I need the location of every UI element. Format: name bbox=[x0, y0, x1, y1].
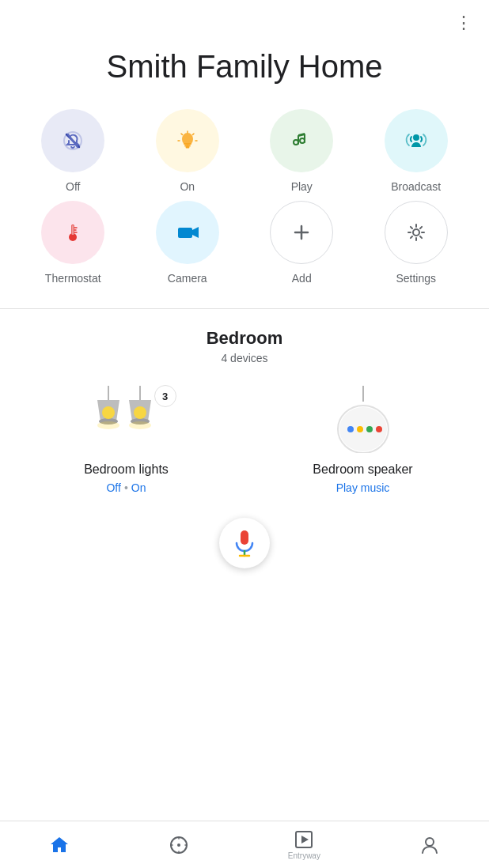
speaker-svg bbox=[324, 386, 403, 453]
bedroom-speaker-action: Play music bbox=[336, 481, 390, 494]
action-play[interactable]: Play bbox=[244, 109, 359, 193]
off-circle bbox=[41, 109, 104, 172]
play-label: Play bbox=[291, 180, 313, 193]
thermostat-icon bbox=[59, 218, 87, 247]
thermostat-circle bbox=[41, 201, 104, 264]
svg-point-17 bbox=[102, 406, 115, 419]
room-section: Bedroom 4 devices bbox=[0, 309, 489, 364]
broadcast-icon bbox=[402, 126, 430, 155]
account-nav-icon bbox=[419, 835, 440, 855]
svg-point-38 bbox=[426, 838, 434, 846]
speaker-play-music: Play music bbox=[336, 481, 390, 494]
on-label: On bbox=[180, 180, 195, 193]
lights-illustration: 3 bbox=[75, 383, 178, 455]
svg-point-22 bbox=[97, 421, 119, 429]
lights-status-off: Off bbox=[106, 481, 120, 494]
room-device-count: 4 devices bbox=[16, 352, 473, 364]
svg-rect-6 bbox=[72, 225, 74, 235]
mic-icon bbox=[233, 529, 256, 557]
settings-icon bbox=[402, 218, 430, 247]
add-label: Add bbox=[292, 272, 312, 285]
svg-point-28 bbox=[357, 426, 363, 432]
thermostat-label: Thermostat bbox=[45, 272, 101, 285]
explore-nav-icon bbox=[169, 835, 189, 855]
add-circle bbox=[270, 201, 333, 264]
on-circle bbox=[156, 109, 219, 172]
on-icon bbox=[173, 126, 202, 155]
media-nav-icon bbox=[294, 829, 314, 850]
mic-area bbox=[0, 494, 489, 581]
lights-status-dot: • bbox=[124, 481, 128, 494]
play-circle bbox=[270, 109, 333, 172]
svg-rect-31 bbox=[241, 530, 248, 545]
svg-point-13 bbox=[413, 229, 419, 236]
nav-explore[interactable] bbox=[159, 830, 199, 860]
nav-home[interactable] bbox=[40, 830, 79, 860]
action-add[interactable]: Add bbox=[244, 201, 359, 285]
play-icon bbox=[287, 126, 316, 155]
svg-point-27 bbox=[347, 426, 354, 432]
svg-point-3 bbox=[413, 134, 419, 141]
action-thermostat[interactable]: Thermostat bbox=[16, 201, 131, 285]
svg-point-21 bbox=[134, 406, 146, 419]
svg-point-35 bbox=[177, 843, 180, 847]
add-icon bbox=[287, 218, 316, 247]
svg-rect-10 bbox=[178, 228, 192, 238]
action-broadcast[interactable]: Broadcast bbox=[359, 109, 474, 193]
off-icon bbox=[59, 126, 87, 155]
settings-label: Settings bbox=[396, 272, 436, 285]
svg-marker-37 bbox=[301, 836, 309, 843]
broadcast-circle bbox=[385, 109, 448, 172]
nav-account[interactable] bbox=[410, 830, 449, 860]
bedroom-lights-name: Bedroom lights bbox=[84, 462, 169, 477]
home-nav-icon bbox=[49, 835, 70, 855]
svg-point-30 bbox=[376, 426, 382, 432]
camera-icon bbox=[173, 218, 202, 247]
bottom-nav: Entryway bbox=[0, 821, 489, 868]
nav-entryway[interactable]: Entryway bbox=[279, 825, 330, 865]
camera-label: Camera bbox=[168, 272, 207, 285]
home-title: Smith Family Home bbox=[0, 40, 489, 109]
action-off[interactable]: Off bbox=[16, 109, 131, 193]
room-name: Bedroom bbox=[16, 328, 473, 349]
lights-status-on: On bbox=[131, 481, 146, 494]
more-options-icon[interactable]: ⋮ bbox=[455, 13, 473, 33]
action-settings[interactable]: Settings bbox=[359, 201, 474, 285]
broadcast-label: Broadcast bbox=[391, 180, 441, 193]
off-label: Off bbox=[66, 180, 80, 193]
bedroom-speaker-name: Bedroom speaker bbox=[313, 462, 412, 477]
mic-button[interactable] bbox=[219, 518, 270, 568]
action-on[interactable]: On bbox=[131, 109, 245, 193]
svg-point-23 bbox=[129, 421, 151, 429]
action-camera[interactable]: Camera bbox=[131, 201, 245, 285]
speaker-illustration bbox=[316, 383, 411, 455]
svg-point-29 bbox=[366, 426, 373, 432]
lights-badge: 3 bbox=[154, 385, 176, 407]
settings-circle bbox=[385, 201, 448, 264]
entryway-label: Entryway bbox=[288, 851, 320, 860]
camera-circle bbox=[156, 201, 219, 264]
devices-row: 3 Bedroom lights Off•On bbox=[0, 364, 489, 494]
bedroom-lights-card[interactable]: 3 Bedroom lights Off•On bbox=[16, 383, 237, 494]
quick-actions-grid: Off On Play bbox=[0, 109, 489, 292]
bedroom-lights-status: Off•On bbox=[106, 481, 146, 494]
bedroom-speaker-card[interactable]: Bedroom speaker Play music bbox=[252, 383, 473, 494]
top-bar: ⋮ bbox=[0, 0, 489, 40]
